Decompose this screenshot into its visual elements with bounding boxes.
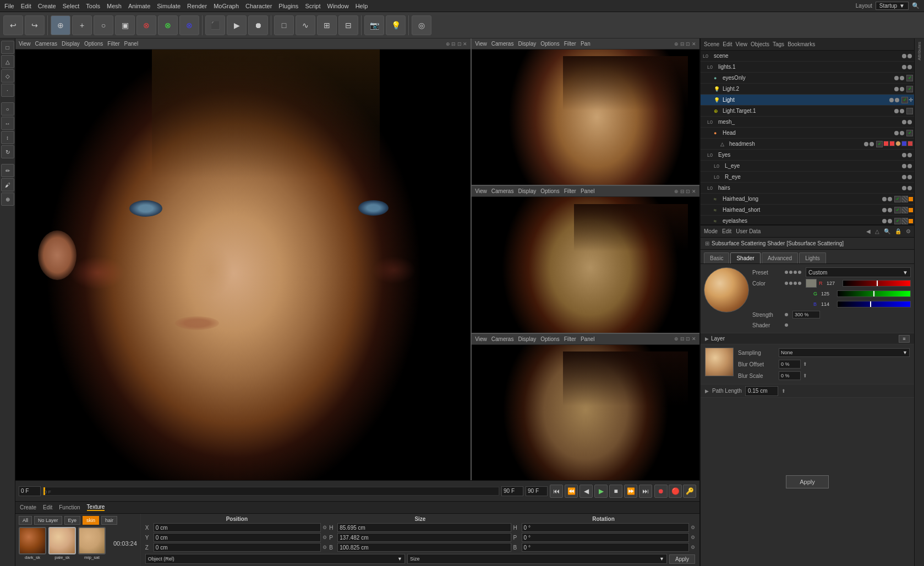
- swatch-mip-sat[interactable]: mip_sat: [78, 527, 106, 560]
- filter-hair[interactable]: hair: [101, 516, 117, 525]
- rot-h-input[interactable]: 0 °: [522, 523, 689, 532]
- poly-mode-btn[interactable]: ◇: [1, 69, 14, 83]
- spline-btn[interactable]: ∿: [296, 15, 315, 35]
- vp-main-filter[interactable]: Filter: [107, 41, 119, 47]
- menu-help[interactable]: Help: [356, 3, 368, 9]
- vp-mr-display[interactable]: Display: [518, 188, 536, 194]
- obj-lights1[interactable]: L0 lights.1: [701, 62, 914, 73]
- live-select-btn[interactable]: ○: [1, 102, 14, 116]
- size-p-input[interactable]: 137.482 cm: [337, 533, 511, 542]
- vp-main-view[interactable]: View: [19, 41, 31, 47]
- vp-main-panel[interactable]: Panel: [124, 41, 139, 47]
- rot-p-input[interactable]: 0 °: [522, 533, 689, 542]
- obj-light2[interactable]: 💡 Light.2 ✓: [701, 84, 914, 95]
- swatch-dark-sk[interactable]: dark_sk: [19, 527, 46, 560]
- om-edit-tab[interactable]: Edit: [723, 41, 732, 47]
- auto-key-btn[interactable]: 🔴: [669, 485, 682, 498]
- magnet-btn[interactable]: ⊕: [1, 193, 14, 206]
- menu-animate[interactable]: Animate: [128, 3, 150, 9]
- layer-add-btn[interactable]: ≡: [899, 335, 910, 343]
- menu-tools[interactable]: Tools: [86, 3, 100, 9]
- z-axis-btn[interactable]: ⊗: [179, 15, 199, 35]
- vp-tr-cameras[interactable]: Cameras: [491, 41, 514, 47]
- poly-pen-btn[interactable]: ✏: [1, 164, 14, 177]
- vp-mr-cameras[interactable]: Cameras: [491, 188, 514, 194]
- obj-lighttarget[interactable]: ⊕ Light.Target.1: [701, 106, 914, 117]
- obj-eyelashes[interactable]: ≈ eyelashes ✓: [701, 216, 914, 224]
- play-btn[interactable]: ▶: [594, 485, 608, 498]
- color-swatch[interactable]: [806, 279, 817, 288]
- edit-tab[interactable]: Edit: [43, 504, 52, 510]
- obj-eyesonly[interactable]: ● eyesOnly ✓: [701, 73, 914, 84]
- pos-z-input[interactable]: 0 cm: [154, 543, 321, 552]
- obj-eyes[interactable]: L0 Eyes: [701, 150, 914, 161]
- obj-mesh[interactable]: L0 mesh_: [701, 117, 914, 128]
- filter-eye[interactable]: Eye: [64, 516, 81, 525]
- start-frame-input[interactable]: [19, 486, 41, 496]
- shader-preview-ball[interactable]: [704, 267, 749, 312]
- vp-main-display[interactable]: Display: [62, 41, 80, 47]
- x-axis-btn[interactable]: ⊗: [136, 15, 156, 35]
- vp-main-options[interactable]: Options: [84, 41, 103, 47]
- vp-br-view[interactable]: View: [475, 336, 487, 342]
- menu-character[interactable]: Character: [245, 3, 272, 9]
- scale-btn[interactable]: ↕: [1, 131, 14, 144]
- apply-shader-btn[interactable]: Apply: [786, 475, 829, 488]
- obj-hairs[interactable]: L0 hairs: [701, 183, 914, 194]
- coord-system-dropdown[interactable]: Object (Rel)▼: [145, 554, 405, 564]
- layout-dropdown[interactable]: Startup ▼: [876, 2, 909, 10]
- record-btn[interactable]: ⏺: [248, 15, 268, 35]
- texture-tab[interactable]: Texture: [87, 504, 105, 511]
- obj-leye[interactable]: L0 L_eye: [701, 161, 914, 172]
- function-tab[interactable]: Function: [59, 504, 80, 510]
- size-b-input[interactable]: 100.825 cm: [337, 543, 511, 552]
- vp-tr-view[interactable]: View: [475, 41, 487, 47]
- om-scene-tab[interactable]: Scene: [704, 41, 719, 47]
- filter-skin[interactable]: skin: [83, 516, 99, 525]
- filter-no-layer[interactable]: No Layer: [34, 516, 62, 525]
- menu-simulate[interactable]: Simulate: [157, 3, 181, 9]
- obj-head[interactable]: ● Head ✓: [701, 128, 914, 139]
- point-mode-btn[interactable]: ·: [1, 84, 14, 97]
- next-frame-btn[interactable]: ⏩: [624, 485, 637, 498]
- end-frame-input[interactable]: [526, 486, 548, 496]
- sampling-dropdown[interactable]: None▼: [779, 348, 910, 357]
- goto-start-btn[interactable]: ⏮: [550, 485, 563, 498]
- pos-y-input[interactable]: 0 cm: [154, 533, 321, 542]
- vp-br-panel[interactable]: Panel: [581, 336, 595, 342]
- rotate-tool-btn[interactable]: ○: [94, 15, 113, 35]
- prev-frame-btn[interactable]: ⏪: [565, 485, 578, 498]
- attributes-label[interactable]: Attributes: [916, 40, 923, 63]
- current-frame-input[interactable]: [501, 486, 523, 496]
- vp-br-cameras[interactable]: Cameras: [491, 336, 514, 342]
- viewport-br-render[interactable]: [472, 345, 699, 480]
- lock-shader-icon[interactable]: 🔒: [895, 228, 901, 234]
- deformer-btn[interactable]: ⊟: [338, 15, 358, 35]
- menu-create[interactable]: Create: [38, 3, 56, 9]
- userdata-menu[interactable]: User Data: [736, 228, 761, 234]
- obj-headmesh[interactable]: △ headmesh ✓: [701, 139, 914, 150]
- blur-scale-stepper[interactable]: ⬆: [803, 373, 807, 378]
- move-btn[interactable]: ↔: [1, 117, 14, 130]
- goto-end-btn[interactable]: ⏭: [639, 485, 652, 498]
- apply-coords-btn[interactable]: Apply: [669, 554, 695, 564]
- blur-offset-stepper[interactable]: ⬆: [803, 361, 807, 367]
- obj-hairlong[interactable]: ≈ Hairhead_long ✓: [701, 194, 914, 205]
- sampling-preview[interactable]: [705, 348, 734, 376]
- scale-tool-btn[interactable]: +: [72, 15, 92, 35]
- vp-mr-options[interactable]: Options: [540, 188, 559, 194]
- viewport-main-render[interactable]: [15, 50, 471, 480]
- menu-window[interactable]: Window: [327, 3, 349, 9]
- filter-all[interactable]: All: [19, 516, 32, 525]
- key-all-btn[interactable]: 🔑: [683, 485, 696, 498]
- vp-br-filter[interactable]: Filter: [564, 336, 576, 342]
- record-keyframe-btn[interactable]: ⏺: [654, 485, 668, 498]
- vp-br-options[interactable]: Options: [540, 336, 559, 342]
- menu-file[interactable]: File: [4, 3, 14, 9]
- brush-btn[interactable]: 🖌: [1, 178, 14, 191]
- vp-main-cameras[interactable]: Cameras: [35, 41, 58, 47]
- preset-dropdown[interactable]: Custom▼: [806, 267, 911, 277]
- pos-x-input[interactable]: 0 cm: [154, 523, 321, 532]
- edge-mode-btn[interactable]: △: [1, 55, 14, 68]
- menu-edit[interactable]: Edit: [21, 3, 31, 9]
